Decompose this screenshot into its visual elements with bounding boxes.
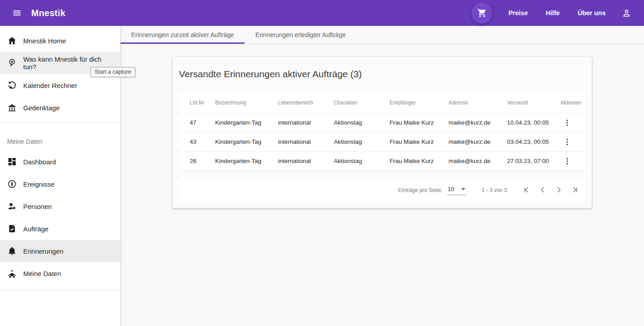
row-actions-button[interactable] bbox=[561, 116, 574, 130]
sidebar-item-label: Gedenktage bbox=[23, 104, 60, 112]
tab-erinnerungen-erledigter-auftraege[interactable]: Erinnerungen erledigter Aufträge bbox=[245, 26, 356, 44]
sidebar-item-dashboard[interactable]: Dashboard bbox=[0, 150, 120, 173]
cell-empfaenger: Frau Maike Kurz bbox=[390, 151, 449, 171]
column-header-adresse: Adresse bbox=[449, 92, 507, 113]
column-header-versandt: Versandt bbox=[507, 92, 561, 113]
calendar-calculator-icon bbox=[7, 80, 17, 90]
first-page-button[interactable] bbox=[519, 182, 535, 198]
sidebar-item-label: Ereignisse bbox=[23, 180, 54, 188]
cell-versandt: 10.04.23, 00:05 bbox=[507, 113, 561, 132]
more-vert-icon bbox=[562, 157, 572, 166]
column-header-charakter: Charakter bbox=[334, 92, 390, 113]
chevron-down-icon bbox=[461, 188, 465, 190]
table-row: 43 Kindergarten-Tag international Aktion… bbox=[179, 132, 586, 151]
column-header-bezeichnung: Bezeichnung bbox=[215, 92, 278, 113]
column-header-aktionen: Aktionen bbox=[561, 92, 586, 113]
reminders-card: Versandte Erinnerungen aktiver Aufträge … bbox=[173, 57, 592, 208]
home-icon bbox=[7, 36, 17, 46]
column-header-empfaenger: Empfänger bbox=[390, 92, 449, 113]
cell-bezeichnung: Kindergarten-Tag bbox=[215, 113, 278, 132]
cell-lfd-nr: 43 bbox=[179, 132, 215, 151]
last-page-button[interactable] bbox=[567, 182, 583, 198]
nav-preise[interactable]: Preise bbox=[499, 0, 537, 26]
app-title: Mnestik bbox=[31, 8, 66, 18]
sidebar-item-label: Meine Daten bbox=[23, 270, 61, 277]
browser-tooltip: Start a capture bbox=[91, 67, 135, 77]
row-actions-button[interactable] bbox=[561, 135, 574, 149]
items-per-page-label: Einträge pro Seite: bbox=[398, 187, 442, 193]
sidebar-item-label: Personen bbox=[23, 203, 52, 210]
cell-lebensbereich: international bbox=[278, 151, 334, 171]
cell-lfd-nr: 26 bbox=[179, 151, 215, 171]
sidebar-section-label: Meine Daten bbox=[0, 123, 120, 150]
main-content: Erinnerungen zurzeit aktiver Aufträge Er… bbox=[120, 26, 644, 326]
table-row: 26 Kindergarten-Tag international Aktion… bbox=[179, 151, 586, 171]
sidebar-item-label: Mnestik Home bbox=[23, 37, 66, 45]
sidebar-item-label: Erinnerungen bbox=[23, 247, 63, 255]
tab-bar: Erinnerungen zurzeit aktiver Aufträge Er… bbox=[120, 26, 644, 44]
card-title: Versandte Erinnerungen aktiver Aufträge … bbox=[179, 57, 586, 92]
more-vert-icon bbox=[562, 118, 572, 127]
previous-page-icon bbox=[538, 185, 548, 196]
manage-accounts-icon bbox=[7, 201, 17, 211]
person-icon bbox=[622, 7, 632, 19]
page-range-label: 1 - 3 von 3 bbox=[482, 187, 507, 193]
reminders-table: Lfd Nr Bezeichnung Lebensbereich Charakt… bbox=[179, 92, 586, 171]
cell-bezeichnung: Kindergarten-Tag bbox=[215, 132, 278, 151]
task-icon bbox=[7, 224, 17, 234]
app-header: Mnestik Preise Hilfe Über uns bbox=[0, 0, 644, 26]
sidebar-item-personen[interactable]: Personen bbox=[0, 195, 120, 217]
cell-charakter: Aktionstag bbox=[334, 151, 390, 171]
table-header-row: Lfd Nr Bezeichnung Lebensbereich Charakt… bbox=[179, 92, 586, 113]
cell-charakter: Aktionstag bbox=[334, 132, 390, 151]
sidebar-item-label: Aufträge bbox=[23, 225, 49, 233]
previous-page-button[interactable] bbox=[535, 182, 551, 198]
page-size-select[interactable]: 10 bbox=[447, 186, 466, 195]
cart-button[interactable] bbox=[471, 3, 492, 24]
cell-versandt: 27.03.23, 07:00 bbox=[507, 151, 561, 171]
tab-erinnerungen-aktiver-auftraege[interactable]: Erinnerungen zurzeit aktiver Aufträge bbox=[120, 26, 245, 44]
cell-lfd-nr: 47 bbox=[179, 113, 215, 132]
cell-empfaenger: Frau Maike Kurz bbox=[390, 113, 449, 132]
menu-button[interactable] bbox=[11, 7, 23, 19]
cart-icon bbox=[477, 8, 487, 18]
paginator: Einträge pro Seite: 10 1 - 3 von 3 bbox=[179, 179, 586, 202]
nav-hilfe[interactable]: Hilfe bbox=[537, 0, 569, 26]
more-vert-icon bbox=[562, 138, 572, 146]
sidebar-divider bbox=[0, 290, 120, 290]
cell-empfaenger: Frau Maike Kurz bbox=[390, 132, 449, 151]
account-button[interactable] bbox=[619, 5, 634, 21]
cell-bezeichnung: Kindergarten-Tag bbox=[215, 151, 278, 171]
column-header-lebensbereich: Lebensbereich bbox=[278, 92, 334, 113]
bell-icon bbox=[7, 246, 17, 256]
sidebar-item-label: Kalender Rechner bbox=[23, 82, 77, 89]
next-page-icon bbox=[554, 185, 564, 196]
sidebar-item-ereignisse[interactable]: Ereignisse bbox=[0, 173, 120, 195]
first-page-icon bbox=[522, 185, 532, 196]
sidebar-item-label: Dashboard bbox=[23, 158, 56, 166]
cell-adresse: maike@kurz.de bbox=[449, 113, 507, 132]
sidebar-item-mnestik-home[interactable]: Mnestik Home bbox=[0, 29, 120, 52]
row-actions-button[interactable] bbox=[561, 155, 574, 168]
sidebar-item-meine-daten[interactable]: Meine Daten bbox=[0, 262, 120, 284]
table-row: 47 Kindergarten-Tag international Aktion… bbox=[179, 113, 586, 132]
cell-lebensbereich: international bbox=[278, 113, 334, 132]
cell-versandt: 03.04.23, 00:05 bbox=[507, 132, 561, 151]
next-page-button[interactable] bbox=[551, 182, 567, 198]
award-icon bbox=[7, 58, 17, 68]
attribution-icon bbox=[7, 179, 17, 189]
page-size-value: 10 bbox=[448, 186, 454, 192]
bank-icon bbox=[7, 103, 17, 113]
cell-charakter: Aktionstag bbox=[334, 113, 390, 132]
sidebar-item-gedenktage[interactable]: Gedenktage bbox=[0, 96, 120, 119]
column-header-lfd-nr: Lfd Nr bbox=[179, 92, 215, 113]
sidebar-item-kalender-rechner[interactable]: Kalender Rechner bbox=[0, 74, 120, 96]
cell-adresse: maike@kurz.de bbox=[449, 151, 507, 171]
sidebar-item-erinnerungen[interactable]: Erinnerungen bbox=[0, 240, 120, 262]
sidebar-item-auftraege[interactable]: Aufträge bbox=[0, 217, 120, 240]
cell-lebensbereich: international bbox=[278, 132, 334, 151]
dashboard-icon bbox=[7, 157, 17, 167]
meditation-icon bbox=[7, 268, 17, 278]
cell-adresse: maike@kurz.de bbox=[449, 132, 507, 151]
nav-ueber-uns[interactable]: Über uns bbox=[569, 0, 615, 26]
